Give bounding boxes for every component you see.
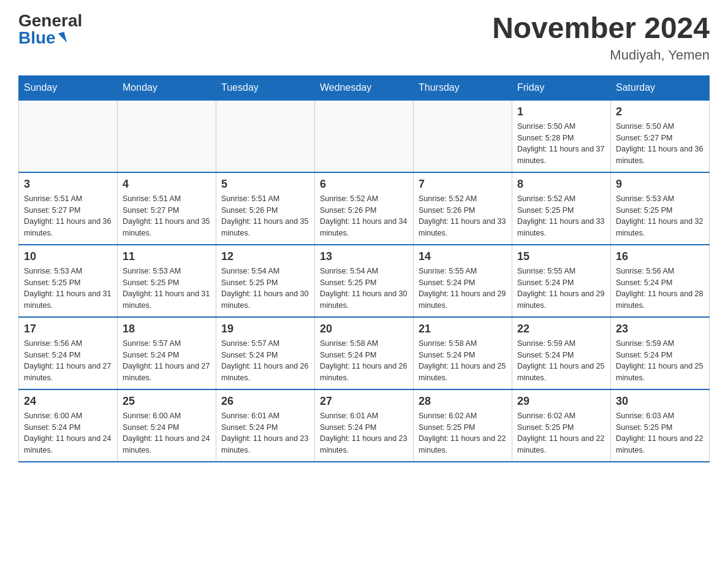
calendar-week-row: 3Sunrise: 5:51 AMSunset: 5:27 PMDaylight… [19, 172, 710, 245]
day-info: Sunrise: 5:55 AMSunset: 5:24 PMDaylight:… [419, 266, 507, 312]
page-header: General Blue November 2024 Mudiyah, Yeme… [18, 12, 710, 63]
day-number: 19 [221, 323, 309, 335]
day-info: Sunrise: 6:01 AMSunset: 5:24 PMDaylight:… [221, 410, 309, 456]
day-number: 14 [419, 250, 507, 263]
calendar-cell: 19Sunrise: 5:57 AMSunset: 5:24 PMDayligh… [216, 317, 315, 389]
calendar-cell: 29Sunrise: 6:02 AMSunset: 5:25 PMDayligh… [512, 389, 611, 462]
day-number: 12 [221, 250, 309, 263]
day-number: 11 [123, 250, 211, 263]
day-info: Sunrise: 6:02 AMSunset: 5:25 PMDaylight:… [419, 410, 507, 456]
day-info: Sunrise: 5:59 AMSunset: 5:24 PMDaylight:… [517, 338, 605, 384]
day-info: Sunrise: 5:58 AMSunset: 5:24 PMDaylight:… [419, 338, 507, 384]
day-number: 22 [517, 323, 605, 335]
calendar-cell: 24Sunrise: 6:00 AMSunset: 5:24 PMDayligh… [19, 389, 118, 462]
day-info: Sunrise: 5:51 AMSunset: 5:27 PMDaylight:… [123, 193, 211, 239]
calendar-cell: 23Sunrise: 5:59 AMSunset: 5:24 PMDayligh… [611, 317, 710, 389]
day-info: Sunrise: 5:53 AMSunset: 5:25 PMDaylight:… [616, 193, 704, 239]
calendar-cell: 16Sunrise: 5:56 AMSunset: 5:24 PMDayligh… [611, 245, 710, 317]
calendar-week-row: 17Sunrise: 5:56 AMSunset: 5:24 PMDayligh… [19, 317, 710, 389]
day-info: Sunrise: 5:50 AMSunset: 5:28 PMDaylight:… [517, 121, 605, 167]
logo-general-text: General [18, 12, 82, 29]
calendar-cell: 7Sunrise: 5:52 AMSunset: 5:26 PMDaylight… [414, 172, 512, 245]
day-number: 15 [517, 250, 605, 263]
calendar-cell [414, 100, 512, 172]
day-number: 20 [320, 323, 408, 335]
day-info: Sunrise: 6:00 AMSunset: 5:24 PMDaylight:… [24, 410, 112, 456]
calendar-cell [315, 100, 414, 172]
day-number: 3 [24, 178, 112, 191]
day-info: Sunrise: 5:57 AMSunset: 5:24 PMDaylight:… [123, 338, 211, 384]
calendar-cell: 15Sunrise: 5:55 AMSunset: 5:24 PMDayligh… [512, 245, 611, 317]
calendar-table: SundayMondayTuesdayWednesdayThursdayFrid… [18, 75, 710, 462]
calendar-cell: 10Sunrise: 5:53 AMSunset: 5:25 PMDayligh… [19, 245, 118, 317]
day-number: 29 [517, 395, 605, 408]
day-info: Sunrise: 5:54 AMSunset: 5:25 PMDaylight:… [320, 266, 408, 312]
weekday-header-wednesday: Wednesday [315, 75, 414, 100]
calendar-cell: 12Sunrise: 5:54 AMSunset: 5:25 PMDayligh… [216, 245, 315, 317]
location-subtitle: Mudiyah, Yemen [492, 47, 710, 63]
day-info: Sunrise: 5:53 AMSunset: 5:25 PMDaylight:… [24, 266, 112, 312]
day-number: 17 [24, 323, 112, 335]
title-section: November 2024 Mudiyah, Yemen [492, 12, 710, 63]
calendar-week-row: 24Sunrise: 6:00 AMSunset: 5:24 PMDayligh… [19, 389, 710, 462]
day-number: 13 [320, 250, 408, 263]
weekday-header-tuesday: Tuesday [216, 75, 315, 100]
calendar-cell: 11Sunrise: 5:53 AMSunset: 5:25 PMDayligh… [118, 245, 216, 317]
day-number: 23 [616, 323, 704, 335]
weekday-header-monday: Monday [118, 75, 216, 100]
calendar-cell: 30Sunrise: 6:03 AMSunset: 5:25 PMDayligh… [611, 389, 710, 462]
day-number: 2 [616, 105, 704, 118]
calendar-cell: 9Sunrise: 5:53 AMSunset: 5:25 PMDaylight… [611, 172, 710, 245]
day-info: Sunrise: 6:03 AMSunset: 5:25 PMDaylight:… [616, 410, 704, 456]
calendar-cell: 6Sunrise: 5:52 AMSunset: 5:26 PMDaylight… [315, 172, 414, 245]
calendar-cell: 28Sunrise: 6:02 AMSunset: 5:25 PMDayligh… [414, 389, 512, 462]
day-number: 27 [320, 395, 408, 408]
calendar-cell: 8Sunrise: 5:52 AMSunset: 5:25 PMDaylight… [512, 172, 611, 245]
day-info: Sunrise: 5:58 AMSunset: 5:24 PMDaylight:… [320, 338, 408, 384]
weekday-header-saturday: Saturday [611, 75, 710, 100]
calendar-body: 1Sunrise: 5:50 AMSunset: 5:28 PMDaylight… [19, 100, 710, 462]
calendar-cell: 18Sunrise: 5:57 AMSunset: 5:24 PMDayligh… [118, 317, 216, 389]
calendar-cell: 3Sunrise: 5:51 AMSunset: 5:27 PMDaylight… [19, 172, 118, 245]
day-number: 24 [24, 395, 112, 408]
logo: General Blue [18, 12, 82, 47]
weekday-header-friday: Friday [512, 75, 611, 100]
day-number: 21 [419, 323, 507, 335]
day-info: Sunrise: 5:54 AMSunset: 5:25 PMDaylight:… [221, 266, 309, 312]
calendar-header: SundayMondayTuesdayWednesdayThursdayFrid… [19, 75, 710, 100]
day-number: 5 [221, 178, 309, 191]
weekday-header-thursday: Thursday [414, 75, 512, 100]
calendar-cell: 1Sunrise: 5:50 AMSunset: 5:28 PMDaylight… [512, 100, 611, 172]
day-info: Sunrise: 5:56 AMSunset: 5:24 PMDaylight:… [616, 266, 704, 312]
day-number: 1 [517, 105, 605, 118]
day-info: Sunrise: 5:50 AMSunset: 5:27 PMDaylight:… [616, 121, 704, 167]
calendar-cell: 21Sunrise: 5:58 AMSunset: 5:24 PMDayligh… [414, 317, 512, 389]
calendar-cell [216, 100, 315, 172]
day-number: 6 [320, 178, 408, 191]
calendar-cell [118, 100, 216, 172]
day-info: Sunrise: 6:02 AMSunset: 5:25 PMDaylight:… [517, 410, 605, 456]
calendar-cell: 2Sunrise: 5:50 AMSunset: 5:27 PMDaylight… [611, 100, 710, 172]
day-number: 9 [616, 178, 704, 191]
calendar-cell: 22Sunrise: 5:59 AMSunset: 5:24 PMDayligh… [512, 317, 611, 389]
day-info: Sunrise: 5:52 AMSunset: 5:25 PMDaylight:… [517, 193, 605, 239]
day-info: Sunrise: 5:56 AMSunset: 5:24 PMDaylight:… [24, 338, 112, 384]
calendar-cell: 26Sunrise: 6:01 AMSunset: 5:24 PMDayligh… [216, 389, 315, 462]
day-number: 18 [123, 323, 211, 335]
day-number: 30 [616, 395, 704, 408]
day-number: 16 [616, 250, 704, 263]
calendar-cell: 20Sunrise: 5:58 AMSunset: 5:24 PMDayligh… [315, 317, 414, 389]
day-number: 28 [419, 395, 507, 408]
day-info: Sunrise: 5:51 AMSunset: 5:27 PMDaylight:… [24, 193, 112, 239]
month-title: November 2024 [492, 12, 710, 45]
logo-triangle-icon [58, 32, 67, 44]
day-info: Sunrise: 5:51 AMSunset: 5:26 PMDaylight:… [221, 193, 309, 239]
calendar-cell: 27Sunrise: 6:01 AMSunset: 5:24 PMDayligh… [315, 389, 414, 462]
day-number: 4 [123, 178, 211, 191]
weekday-header-sunday: Sunday [19, 75, 118, 100]
calendar-cell: 17Sunrise: 5:56 AMSunset: 5:24 PMDayligh… [19, 317, 118, 389]
day-info: Sunrise: 5:53 AMSunset: 5:25 PMDaylight:… [123, 266, 211, 312]
calendar-cell: 14Sunrise: 5:55 AMSunset: 5:24 PMDayligh… [414, 245, 512, 317]
day-number: 7 [419, 178, 507, 191]
day-info: Sunrise: 6:00 AMSunset: 5:24 PMDaylight:… [123, 410, 211, 456]
